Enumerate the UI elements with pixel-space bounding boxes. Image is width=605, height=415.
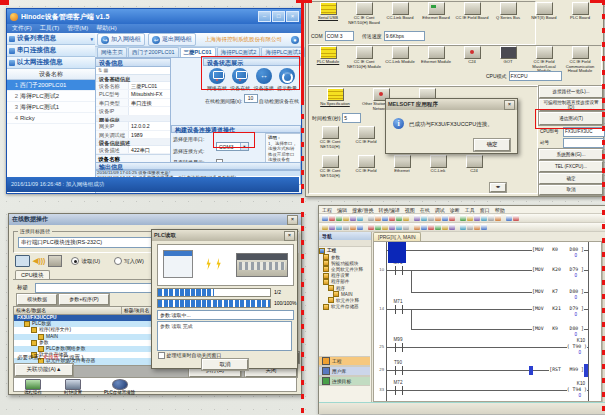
pc-if-item[interactable]: CC IE Field Board: [454, 2, 490, 25]
tab-海得PLC测试1[interactable]: 海得PLC测试1: [261, 47, 305, 57]
toolbar-icon[interactable]: [403, 215, 409, 221]
route-pager[interactable]: ◂▸: [490, 183, 506, 192]
instruction-mov[interactable]: [MOV K21 D79 ]: [532, 306, 584, 311]
toolbar-icon[interactable]: [428, 224, 434, 230]
close-icon[interactable]: ×: [287, 215, 298, 225]
com-port-select[interactable]: COM3: [216, 142, 249, 151]
toolbar-icon[interactable]: [435, 224, 441, 230]
gx-menu-item[interactable]: 工程: [322, 207, 332, 213]
pc-if-item[interactable]: Ethernet Board: [418, 2, 454, 25]
device-list-item[interactable]: 4Ricky: [7, 113, 95, 124]
plc-if-item[interactable]: CC-Link Module: [382, 46, 418, 74]
toolbar-icon[interactable]: [442, 224, 448, 230]
ok-button[interactable]: 确定: [539, 173, 603, 184]
nav-view-tab-工程[interactable]: 工程: [319, 356, 370, 366]
toolbar-icon[interactable]: [460, 224, 466, 230]
progress-cancel-button[interactable]: 取消: [202, 359, 248, 370]
speed-value[interactable]: 9.6Kbps: [384, 31, 425, 41]
comm-test-button[interactable]: 通信测试(T): [539, 112, 603, 125]
menu-item[interactable]: 管理(M): [67, 25, 88, 33]
toolbar-icon[interactable]: [428, 215, 434, 221]
related-2[interactable]: PLC存储器清除: [104, 379, 135, 391]
plc-if-item[interactable]: PLC Module: [310, 46, 346, 74]
com-value[interactable]: COM 3: [325, 31, 354, 41]
instruction-rst[interactable]: [RST M99 ]: [549, 367, 584, 372]
toolbar-icon[interactable]: [474, 224, 480, 230]
device-list-item[interactable]: 3海得PLC测试1: [7, 102, 95, 113]
toolbar-icon[interactable]: [481, 224, 487, 230]
related-0[interactable]: 远程操作: [24, 379, 42, 391]
param-program-button[interactable]: 参数+程序(P): [59, 294, 109, 305]
toolbar-icon[interactable]: [357, 224, 363, 230]
plc-if-item[interactable]: C24: [454, 46, 490, 74]
route-item[interactable]: CC IE Field: [348, 155, 384, 178]
gx-menu-item[interactable]: 编辑: [337, 207, 347, 213]
toolbar-icon[interactable]: [467, 215, 473, 221]
plc-if-item[interactable]: CC IE Cont NET/10(H) Module: [346, 46, 382, 74]
route-list-button[interactable]: 连接路径一览(L)...: [539, 86, 603, 98]
hinode-titlebar[interactable]: Hinode设备管理客户端 v1.5 – □ ×: [7, 9, 301, 24]
time-check-value[interactable]: 5: [342, 113, 361, 123]
radio-写入(W)[interactable]: 写入(W): [114, 257, 144, 265]
toolbar-icon[interactable]: [421, 215, 427, 221]
toolbar-icon[interactable]: [382, 215, 388, 221]
instruction-mov[interactable]: [MOV K0 D80 ]: [532, 247, 584, 252]
tab-网络主页[interactable]: 网络主页: [97, 47, 127, 57]
tab-西门子200PLC01[interactable]: 西门子200PLC01: [128, 47, 179, 57]
close-button[interactable]: ×: [286, 11, 299, 22]
interval-input[interactable]: 10: [244, 94, 258, 103]
route-item[interactable]: CC IE Cont NET/10(H): [312, 155, 348, 178]
timer-coil[interactable]: ( T90 ): [567, 344, 587, 349]
toolbar-icon[interactable]: [343, 224, 349, 230]
radio-读取(U)[interactable]: 读取(U): [71, 257, 100, 265]
toolbar-icon[interactable]: [329, 215, 335, 221]
property-row[interactable]: 网关调试端口1989: [96, 131, 170, 140]
route-item[interactable]: CC-Link: [420, 155, 456, 178]
property-row[interactable]: 设备描述422串口: [96, 146, 170, 155]
toolbar-icon[interactable]: [368, 215, 374, 221]
plc-if-item[interactable]: CC IE Field Master/Local Module: [526, 46, 562, 74]
ladder-editor[interactable]: [MOV K0 D80 ]010M70[MOV K20 D79 ]0[MOV K…: [373, 241, 602, 402]
nav-view-tab-连接目标[interactable]: 连接目标: [319, 376, 370, 386]
progress-titlebar[interactable]: PLC读取 ×: [152, 230, 297, 241]
toolbar-icon[interactable]: [375, 224, 381, 230]
toolbar-icon[interactable]: [449, 215, 455, 221]
tab-三菱PLC01[interactable]: 三菱PLC01: [180, 47, 216, 57]
toolbar-icon[interactable]: [474, 215, 480, 221]
device-list-item[interactable]: 1西门子200PLC01: [7, 80, 95, 91]
toolbar-icon[interactable]: [382, 224, 388, 230]
menu-item[interactable]: 文件(F): [12, 25, 32, 33]
direct-connect-button[interactable]: 可编程控制器直接连接设置(D): [539, 99, 603, 111]
toolbar-icon[interactable]: [396, 215, 402, 221]
toolbar-icon[interactable]: [375, 215, 381, 221]
pc-if-item[interactable]: CC-Link Board: [382, 2, 418, 25]
property-row[interactable]: 设备名称三菱PLC01: [96, 82, 170, 91]
exit-network-button[interactable]: ↩ 退出网络组: [148, 33, 196, 46]
toolbar-icon[interactable]: [350, 215, 356, 221]
gx-menu-item[interactable]: 窗口: [480, 207, 490, 213]
gx-menu-item[interactable]: 视图: [405, 207, 415, 213]
toolbar-icon[interactable]: [343, 215, 349, 221]
tel-button[interactable]: TEL (FXCPU)...: [539, 161, 603, 172]
instruction-mov[interactable]: [MOV K9 D80 ]: [532, 326, 584, 331]
toolbar-icon[interactable]: [435, 215, 441, 221]
other-station-item[interactable]: No Specification: [312, 88, 358, 111]
gx-menu-item[interactable]: 调试: [435, 207, 445, 213]
property-row[interactable]: 设备IP: [96, 107, 170, 116]
route-item[interactable]: Ethernet: [384, 155, 420, 178]
toolbar-icon[interactable]: [488, 215, 494, 221]
gx-menu-item[interactable]: 转换/编译: [378, 207, 399, 213]
column-0[interactable]: 模块名/数据名: [14, 307, 122, 314]
route-item[interactable]: CC IE Cont NET/10(H): [312, 126, 348, 149]
timer-coil[interactable]: ( T94 ): [567, 387, 587, 392]
toolbar-icon[interactable]: [322, 215, 328, 221]
pc-if-item[interactable]: PLC Board: [562, 2, 598, 25]
pc-if-item[interactable]: Serial USB: [310, 2, 346, 25]
toolbar-icon[interactable]: [329, 224, 335, 230]
related-1[interactable]: 时钟设置: [64, 379, 82, 391]
property-row[interactable]: 串口类型串口连接: [96, 99, 170, 108]
route-item[interactable]: C24: [456, 155, 492, 178]
close-icon[interactable]: ×: [284, 231, 295, 241]
progress-list[interactable]: 参数 读取 完成: [157, 321, 292, 351]
toolbar-icon[interactable]: [414, 224, 420, 230]
